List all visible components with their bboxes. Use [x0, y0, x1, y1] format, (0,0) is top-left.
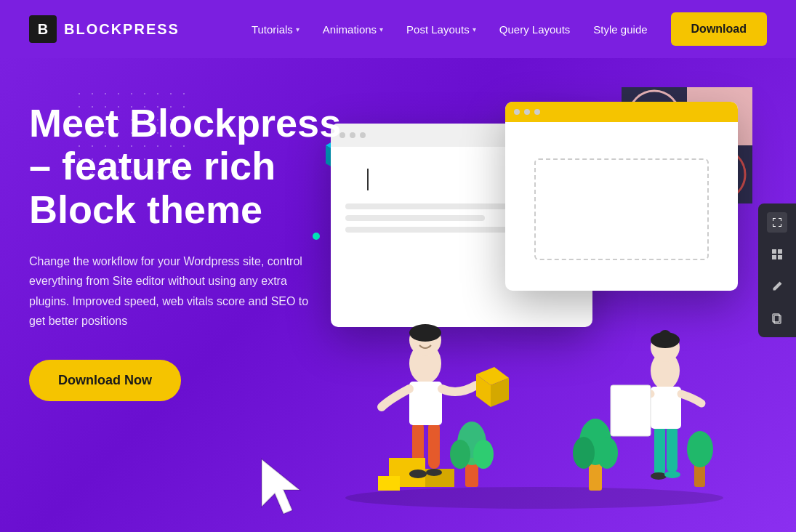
svg-rect-15 — [428, 422, 440, 469]
download-button[interactable]: Download — [671, 12, 767, 46]
svg-rect-35 — [667, 425, 678, 472]
browser-line — [345, 203, 531, 209]
svg-rect-39 — [611, 385, 651, 436]
chevron-down-icon: ▾ — [379, 25, 383, 33]
hero-description: Change the workflow for your Wordpress s… — [29, 251, 320, 331]
browser-bar-right — [505, 102, 738, 122]
svg-point-41 — [687, 431, 713, 467]
nav-query-layouts[interactable]: Query Layouts — [499, 23, 571, 36]
download-now-button[interactable]: Download Now — [29, 360, 181, 401]
toolbar-icon-pencil[interactable] — [767, 276, 787, 297]
svg-rect-16 — [409, 382, 442, 425]
svg-point-17 — [409, 324, 441, 342]
nav-links: Tutorials ▾ Animations ▾ Post Layouts ▾ … — [252, 12, 767, 46]
svg-point-30 — [573, 437, 595, 469]
svg-point-45 — [664, 471, 680, 478]
toolbar-icon-transform[interactable] — [767, 212, 787, 233]
browser-dot-3 — [534, 109, 540, 115]
hero-illustration — [331, 80, 738, 509]
svg-point-44 — [651, 472, 667, 480]
svg-point-26 — [450, 440, 470, 469]
logo-text: BLOCKPRESS — [64, 21, 180, 38]
browser-dot-2 — [350, 132, 355, 138]
svg-point-11 — [345, 487, 723, 509]
chevron-down-icon: ▾ — [296, 25, 299, 33]
hero-title: Meet Blockpress – feature rich Block the… — [29, 102, 349, 231]
svg-point-27 — [473, 440, 494, 469]
cursor-arrow-decoration — [254, 452, 313, 517]
toolbar-icon-grid[interactable] — [767, 244, 787, 265]
svg-point-31 — [596, 437, 618, 469]
hero-content: Meet Blockpress – feature rich Block the… — [29, 58, 349, 401]
logo[interactable]: B BLOCKPRESS — [29, 15, 180, 43]
svg-point-38 — [659, 330, 671, 342]
nav-animations[interactable]: Animations ▾ — [323, 23, 383, 36]
right-toolbar — [758, 203, 796, 337]
logo-icon: B — [29, 15, 57, 43]
browser-dot-3 — [360, 132, 366, 138]
nav-style-guide[interactable]: Style guide — [593, 23, 647, 36]
browser-cursor — [367, 169, 369, 190]
svg-marker-3 — [262, 459, 299, 514]
svg-point-43 — [426, 469, 442, 476]
illustration-svg — [331, 218, 738, 509]
navbar: B BLOCKPRESS Tutorials ▾ Animations ▾ Po… — [0, 0, 796, 58]
svg-rect-23 — [378, 476, 400, 491]
hero-section: Meet Blockpress – feature rich Block the… — [0, 58, 796, 532]
nav-tutorials[interactable]: Tutorials ▾ — [252, 23, 299, 36]
chevron-down-icon: ▾ — [473, 25, 476, 33]
nav-post-layouts[interactable]: Post Layouts ▾ — [406, 23, 476, 36]
browser-dot-1 — [514, 109, 520, 115]
svg-rect-36 — [651, 387, 681, 429]
svg-point-42 — [409, 469, 427, 478]
svg-rect-34 — [654, 425, 665, 476]
toolbar-icon-copy[interactable] — [767, 308, 787, 329]
browser-dot-2 — [524, 109, 530, 115]
